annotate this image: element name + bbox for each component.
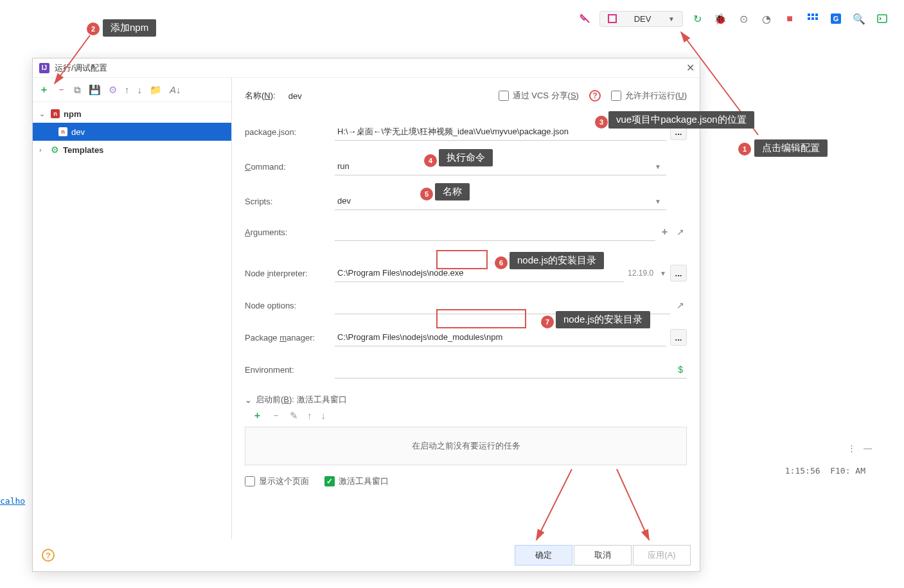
tree-label: npm [64,109,81,119]
package-manager-input[interactable] [335,328,666,346]
show-page-checkbox[interactable]: 显示这个页面 [245,476,309,487]
sort-icon[interactable]: A↓ [170,84,181,95]
chevron-down-icon: ⌄ [39,110,47,118]
config-label: DEV [634,14,651,24]
tree-label: Templates [63,145,103,155]
profile-icon[interactable]: ◔ [758,10,775,28]
annotation-5: 名称 [435,183,470,200]
add-config-button[interactable]: ＋ [39,84,49,96]
browse-button[interactable]: ... [670,329,687,346]
annotation-badge-1: 1 [738,143,751,156]
npm-icon: n [51,109,60,118]
app-icon: IJ [39,63,49,73]
checked-icon: ✓ [324,476,335,486]
node-version: 12.19.0 [628,269,653,278]
annotation-badge-7: 7 [541,316,554,328]
chevron-down-icon: ▼ [668,15,675,22]
expand-icon[interactable]: ↗ [674,300,687,310]
down-icon[interactable]: ↓ [321,410,326,421]
add-task-button[interactable]: ＋ [253,409,262,422]
dialog-body: ＋ － ⧉ 💾 ⚙ ↑ ↓ 📁 A↓ ⌄ n npm n dev [33,78,700,539]
env-vars-icon[interactable]: $ [678,364,683,375]
folder-icon[interactable]: 📁 [150,84,162,96]
tree-npm-group[interactable]: ⌄ n npm [33,105,231,123]
annotation-7: node.js的安装目录 [556,311,650,328]
annotation-3: vue项目中package.json的位置 [608,111,754,129]
tree-item-dev[interactable]: n dev [33,123,231,141]
package-json-label: package.json: [245,127,335,137]
help-icon[interactable]: ? [589,90,601,102]
chevron-down-icon: ⌄ [245,395,252,405]
cancel-button[interactable]: 取消 [574,545,632,566]
browse-button[interactable]: ... [670,265,687,281]
arguments-row: Arguments: + ↗ [245,220,687,244]
environment-label: Environment: [245,365,335,375]
add-icon[interactable]: + [659,226,670,238]
node-options-label: Node options: [245,301,335,310]
name-label: 名称(N): [245,90,276,102]
before-launch-tasks: 在启动之前没有要运行的任务 [245,427,687,465]
config-form: 名称(N): dev 通过 VCS 分享(S) ? 允许并行运行(U) [232,78,700,539]
annotation-6: node.js的安装目录 [510,252,604,269]
svg-text:G: G [833,15,839,22]
copy-icon[interactable]: ⧉ [74,84,81,96]
expand-icon[interactable]: ↗ [674,227,687,237]
chevron-down-icon[interactable]: ▼ [655,198,661,205]
dialog-titlebar: IJ 运行/调试配置 ✕ [33,58,700,78]
activate-tool-checkbox[interactable]: ✓ 激活工具窗口 [324,476,389,487]
command-label: Command: [245,162,335,172]
gear-icon: ⚙ [51,145,59,155]
refresh-icon[interactable]: ↻ [688,10,706,28]
command-input[interactable] [335,157,666,175]
localhost-link[interactable]: calho [0,496,25,506]
apply-button[interactable]: 应用(A) [633,545,691,566]
svg-rect-4 [811,17,814,20]
bug-icon[interactable]: 🐞 [711,10,729,28]
svg-rect-2 [815,13,818,16]
vcs-share-checkbox[interactable]: 通过 VCS 分享(S) [499,90,579,102]
environment-input[interactable] [335,361,687,379]
run-config-selector[interactable]: DEV ▼ [599,11,683,27]
svg-rect-1 [811,13,814,16]
scripts-label: Scripts: [245,197,335,206]
annotation-4: 执行命令 [439,149,493,166]
right-gutter-icons: ⋮— [847,443,872,453]
remove-config-button[interactable]: － [57,84,66,96]
before-launch-toolbar: ＋ － ✎ ↑ ↓ [245,409,687,422]
node-interpreter-label: Node interpreter: [245,269,335,278]
up-icon[interactable]: ↑ [307,410,312,421]
search-icon[interactable]: 🔍 [850,10,868,28]
tree-templates[interactable]: › ⚙ Templates [33,141,231,159]
terminal-icon[interactable] [873,10,891,28]
translate-icon[interactable]: G [827,10,845,28]
parallel-run-checkbox[interactable]: 允许并行运行(U) [611,90,687,102]
chevron-down-icon[interactable]: ▼ [655,163,661,170]
up-icon[interactable]: ↑ [125,84,130,95]
coverage-icon[interactable]: ⊙ [734,10,752,28]
annotation-badge-3: 3 [595,116,608,129]
arguments-input[interactable] [335,223,655,241]
edit-task-button[interactable]: ✎ [290,410,298,422]
package-manager-row: Package manager: ... [245,326,687,349]
ok-button[interactable]: 确定 [515,545,572,566]
save-icon[interactable]: 💾 [89,84,101,96]
down-icon[interactable]: ↓ [137,84,143,95]
stop-icon[interactable]: ■ [781,10,799,28]
close-icon[interactable]: ✕ [686,62,695,74]
build-icon[interactable] [576,10,594,28]
npm-icon: n [58,127,67,136]
help-icon[interactable]: ? [42,549,55,562]
annotation-badge-2: 2 [87,22,100,35]
chevron-down-icon[interactable]: ▼ [660,270,666,277]
remove-task-button[interactable]: － [271,409,281,422]
grid-icon[interactable] [804,10,822,28]
name-value[interactable]: dev [281,91,302,101]
before-launch-toggle[interactable]: ⌄ 启动前(B): 激活工具窗口 [245,394,687,405]
annotation-badge-6: 6 [495,256,508,269]
svg-rect-8 [878,15,887,22]
bottom-options: 显示这个页面 ✓ 激活工具窗口 [245,476,687,487]
dialog-title: 运行/调试配置 [55,62,107,74]
scripts-input[interactable] [335,192,666,210]
gear-icon[interactable]: ⚙ [109,84,117,96]
tree-label: dev [71,127,85,137]
